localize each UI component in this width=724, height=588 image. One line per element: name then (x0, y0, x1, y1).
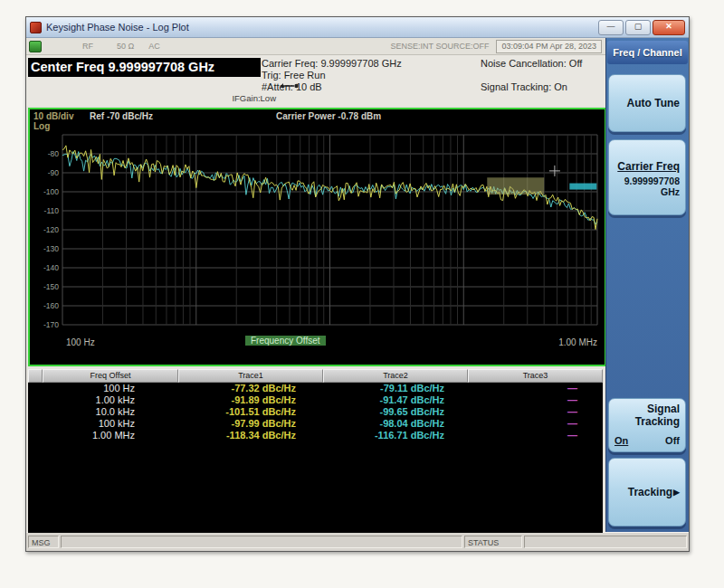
softkey-tracking[interactable]: Tracking▶ (608, 458, 686, 526)
trace1-cell: -97.99 dBc/Hz (178, 418, 323, 430)
trace2-cell: -79.11 dBc/Hz (323, 383, 468, 394)
submenu-arrow-icon: ▶ (673, 488, 680, 497)
freq-cell: 100 Hz (28, 383, 178, 394)
maximize-button[interactable]: ▢ (625, 20, 651, 35)
message-area (61, 536, 462, 548)
trace1-cell: -91.89 dBc/Hz (178, 394, 323, 406)
softkey-label: Auto Tune (614, 79, 680, 128)
impedance-label: 50 Ω (117, 42, 134, 51)
plot-canvas: -80-90-100-110-120-130-140-150-160-170 (30, 109, 605, 365)
rf-label: RF (82, 42, 93, 51)
trace3-cell: — (468, 430, 603, 441)
status-strip: RF 50 Ω AC SENSE:INT SOURCE:OFF 03:09:04… (26, 38, 605, 55)
window-title: Keysight Phase Noise - Log Plot (46, 22, 598, 33)
status-cell: STATUS (464, 536, 522, 548)
datetime-label: 03:09:04 PM Apr 28, 2023 (496, 40, 602, 53)
x-start-label: 100 Hz (66, 337, 95, 347)
trace1-cell: -77.32 dBc/Hz (178, 383, 323, 394)
scale-per-div-label: 10 dB/div (33, 111, 73, 121)
noise-cancellation-readout: Noise Cancellation: Off (481, 58, 582, 70)
trace2-cell: -116.71 dBc/Hz (323, 430, 468, 441)
table-header-row: Freq Offset Trace1 Trace2 Trace3 (28, 369, 603, 383)
softkey-label: Carrier Freq (614, 160, 680, 173)
softkey-label: Signal Tracking (614, 403, 680, 428)
svg-text:-80: -80 (48, 149, 60, 158)
carrier-freq-readout: Carrier Freq: 9.999997708 GHz (262, 58, 402, 70)
signal-tracking-readout: Signal Tracking: On (481, 81, 582, 93)
x-stop-label: 1.00 MHz (558, 337, 597, 347)
close-button[interactable]: ✕ (653, 20, 685, 35)
status-area (524, 536, 687, 548)
freq-cell: 100 kHz (28, 418, 178, 430)
trace2-cell: -99.65 dBc/Hz (323, 406, 468, 418)
table-row: 100 kHz -97.99 dBc/Hz -98.04 dBc/Hz — (28, 418, 603, 430)
table-header-trace1: Trace1 (178, 369, 323, 383)
svg-text:-160: -160 (43, 301, 59, 310)
carrier-freq-value: 9.999997708 GHz (614, 175, 680, 197)
softkey-carrier-freq[interactable]: Carrier Freq 9.999997708 GHz (608, 139, 686, 215)
trace2-cell: -98.04 dBc/Hz (323, 418, 468, 430)
table-corner-cell (28, 369, 43, 383)
softkey-signal-tracking[interactable]: Signal Tracking On Off (608, 398, 686, 452)
svg-text:-170: -170 (43, 320, 59, 329)
ifgain-label: IFGain:Low (196, 93, 276, 103)
trace3-cell: — (468, 406, 603, 418)
freq-cell: 1.00 MHz (28, 430, 178, 441)
trace3-cell: — (468, 383, 603, 394)
phase-noise-plot: -80-90-100-110-120-130-140-150-160-170 1… (28, 108, 606, 366)
table-header-trace3: Trace3 (468, 369, 603, 383)
svg-text:-130: -130 (43, 244, 59, 253)
sense-source-label: SENSE:INT SOURCE:OFF (391, 42, 490, 51)
softkey-auto-tune[interactable]: Auto Tune (608, 74, 686, 132)
scale-type-label: Log (33, 121, 50, 131)
svg-text:-150: -150 (43, 282, 59, 291)
svg-text:-90: -90 (48, 168, 60, 177)
trace1-cell: -118.34 dBc/Hz (178, 430, 323, 441)
app-icon (30, 22, 42, 33)
table-row: 1.00 kHz -91.89 dBc/Hz -91.47 dBc/Hz — (28, 394, 603, 406)
app-window: Keysight Phase Noise - Log Plot — ▢ ✕ RF… (25, 16, 690, 552)
table-header-freq-offset: Freq Offset (43, 369, 178, 383)
coupling-label: AC (148, 42, 160, 51)
ref-level-label: Ref -70 dBc/Hz (90, 111, 153, 121)
trace3-cell: — (468, 394, 603, 406)
table-header-trace2: Trace2 (323, 369, 468, 383)
signal-tracking-off-option[interactable]: Off (665, 435, 680, 446)
blank-display-area (28, 441, 603, 533)
measurement-bar: Center Freq 9.999997708 GHz IFGain:Low C… (26, 55, 605, 106)
status-bar: MSG STATUS (26, 532, 689, 551)
minimize-button[interactable]: — (598, 20, 624, 35)
active-function-readout: Center Freq 9.999997708 GHz (28, 58, 261, 77)
svg-text:-100: -100 (43, 187, 59, 196)
table-row: 10.0 kHz -101.51 dBc/Hz -99.65 dBc/Hz — (28, 406, 603, 418)
freq-cell: 10.0 kHz (28, 406, 178, 418)
window-titlebar[interactable]: Keysight Phase Noise - Log Plot — ▢ ✕ (26, 17, 689, 38)
carrier-power-label: Carrier Power -0.78 dBm (276, 111, 381, 121)
svg-text:-140: -140 (43, 263, 59, 272)
signal-tracking-on-option[interactable]: On (614, 435, 628, 446)
table-row: 100 Hz -77.32 dBc/Hz -79.11 dBc/Hz — (28, 383, 603, 394)
svg-text:-110: -110 (44, 206, 60, 215)
results-table: Freq Offset Trace1 Trace2 Trace3 100 Hz … (28, 369, 603, 441)
x-axis-title: Frequency Offset (245, 336, 326, 346)
table-row: 1.00 MHz -118.34 dBc/Hz -116.71 dBc/Hz — (28, 430, 603, 441)
softkey-label: Tracking (628, 486, 672, 498)
trigger-readout: Trig: Free Run (262, 70, 402, 81)
trace2-cell: -91.47 dBc/Hz (323, 394, 468, 406)
freq-cell: 1.00 kHz (28, 394, 178, 406)
meas-running-icon (29, 41, 42, 52)
svg-text:-120: -120 (43, 225, 59, 234)
trace1-cell: -101.51 dBc/Hz (178, 406, 323, 418)
softkey-menu: Freq / Channel Auto Tune Carrier Freq 9.… (605, 38, 689, 532)
trace3-cell: — (468, 418, 603, 430)
menu-title: Freq / Channel (607, 41, 688, 64)
msg-cell: MSG (28, 536, 59, 548)
atten-readout: #Atten: 10 dB (262, 81, 402, 93)
